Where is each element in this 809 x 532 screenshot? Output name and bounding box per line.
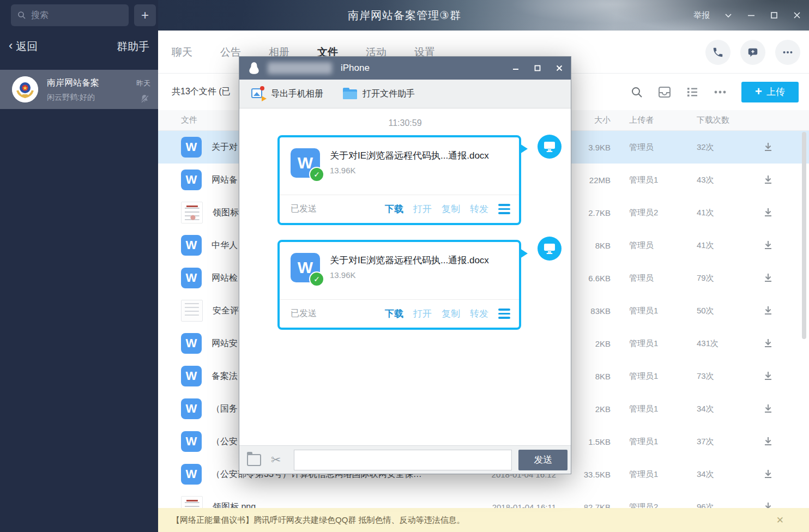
dialog-title: iPhone [341, 63, 370, 74]
file-type-icon [181, 137, 202, 158]
tab-announcement[interactable]: 公告 [220, 45, 241, 59]
file-size: 2KB [564, 404, 618, 414]
inbox-icon[interactable] [657, 86, 672, 99]
file-uploader: 管理员 [618, 273, 689, 283]
send-file-icon[interactable] [247, 454, 261, 466]
file-type-icon [181, 464, 202, 485]
notice-bar: 【网络正能量倡议书】腾讯呼吁网友共建绿色QQ群 抵制色情、反动等违法信息。 ✕ [158, 508, 809, 532]
qq-group-window: 南岸网站备案管理③群 举报 搜索 + ‹ 返回 群助手 [0, 0, 809, 532]
message-input[interactable] [294, 450, 512, 470]
download-icon[interactable] [762, 370, 775, 383]
dialog-titlebar[interactable]: iPhone [239, 57, 571, 80]
message-menu-icon[interactable] [498, 204, 510, 214]
chevron-down-icon[interactable] [724, 11, 733, 20]
file-type-icon [181, 170, 202, 190]
more-button[interactable] [775, 40, 800, 65]
file-message-bubble[interactable]: W 关于对IE浏览器远程代码执...通报.docx 13.96K 已发送 下载 … [277, 240, 521, 330]
dialog-close-icon[interactable] [556, 64, 563, 72]
more-options-icon[interactable] [713, 86, 727, 99]
conversation-item[interactable]: 南岸网站备案 昨天 闲云野鹤:好的 [0, 70, 158, 109]
download-icon[interactable] [762, 337, 775, 350]
file-type-icon [181, 398, 202, 419]
file-name: 网站安 [212, 338, 238, 349]
file-size: 2.7KB [564, 208, 618, 217]
export-album-icon [251, 87, 265, 100]
notice-close-icon[interactable]: ✕ [776, 515, 784, 526]
file-uploader: 管理员1 [618, 469, 689, 480]
search-icon [17, 11, 26, 20]
download-icon[interactable] [762, 271, 775, 285]
file-type-icon [181, 366, 202, 386]
device-monitor-icon [538, 135, 562, 159]
file-download-count: 41次 [689, 240, 749, 251]
minimize-icon[interactable] [747, 11, 756, 20]
file-uploader: 管理员 [618, 240, 689, 251]
file-download-count: 41次 [689, 208, 749, 218]
open-action[interactable]: 打开 [413, 203, 432, 215]
file-uploader: 管理员1 [618, 338, 689, 349]
bubble-tail [520, 144, 528, 154]
file-size: 83KB [564, 306, 618, 316]
download-icon[interactable] [762, 239, 775, 252]
download-icon[interactable] [762, 468, 775, 481]
dialog-minimize-icon[interactable] [512, 64, 520, 72]
copy-action[interactable]: 复制 [442, 203, 460, 215]
close-icon[interactable] [793, 11, 801, 20]
file-type-icon [181, 431, 202, 452]
download-icon[interactable] [762, 402, 775, 415]
file-type-icon [181, 300, 203, 322]
file-count-text: 共13个文件 (已 [172, 74, 231, 110]
plus-icon [755, 86, 762, 98]
screenshot-scissors-icon[interactable]: ✂ [271, 454, 281, 466]
back-button[interactable]: ‹ 返回 [9, 39, 38, 54]
voice-call-button[interactable] [705, 40, 730, 65]
file-size: 22MB [564, 176, 618, 185]
add-button[interactable]: + [134, 4, 156, 26]
copy-action[interactable]: 复制 [442, 307, 460, 320]
download-icon[interactable] [762, 206, 775, 219]
ellipsis-icon [782, 46, 794, 58]
qq-penguin-icon [247, 61, 261, 75]
group-avatar [12, 76, 38, 102]
download-icon[interactable] [762, 141, 775, 154]
file-size: 6.6KB [564, 274, 618, 283]
muted-bell-icon [140, 94, 149, 104]
report-button[interactable]: 举报 [693, 10, 710, 21]
forward-action[interactable]: 转发 [470, 203, 488, 215]
file-size: 33.5KB [564, 470, 618, 479]
maximize-icon[interactable] [770, 11, 778, 20]
scrollbar-thumb[interactable] [802, 132, 806, 339]
download-icon[interactable] [762, 173, 775, 186]
dialog-maximize-icon[interactable] [534, 64, 541, 72]
file-assistant-button[interactable]: 打开文件助手 [343, 88, 415, 100]
download-action[interactable]: 下载 [385, 307, 403, 320]
blurred-contact-name [268, 62, 332, 74]
chat-plus-icon [747, 46, 759, 58]
list-view-icon[interactable] [686, 86, 699, 99]
search-input[interactable]: 搜索 [11, 4, 129, 26]
new-chat-button[interactable] [740, 40, 765, 65]
upload-button[interactable]: 上传 [741, 82, 799, 102]
file-message-bubble[interactable]: W 关于对IE浏览器远程代码执...通报.docx 13.96K 已发送 下载 … [277, 135, 521, 225]
file-download-count: 50次 [689, 306, 749, 316]
open-action[interactable]: 打开 [413, 307, 432, 320]
tab-chat[interactable]: 聊天 [172, 45, 192, 59]
download-action[interactable]: 下载 [385, 203, 403, 215]
sent-check-icon [309, 167, 324, 182]
header-size: 大小 [564, 115, 618, 125]
message-menu-icon[interactable] [498, 309, 510, 319]
message-filename: 关于对IE浏览器远程代码执...通报.docx [330, 254, 511, 267]
export-album-button[interactable]: 导出手机相册 [251, 87, 323, 100]
file-uploader: 管理员2 [618, 208, 689, 218]
conversation-name: 南岸网站备案 [47, 77, 118, 89]
download-icon[interactable] [762, 304, 775, 317]
file-type-icon [181, 235, 202, 256]
search-placeholder: 搜索 [31, 10, 49, 21]
forward-action[interactable]: 转发 [470, 307, 488, 320]
group-assistant-button[interactable]: 群助手 [117, 39, 149, 54]
send-button[interactable]: 发送 [518, 450, 567, 470]
notice-text: 【网络正能量倡议书】腾讯呼吁网友共建绿色QQ群 抵制色情、反动等违法信息。 [172, 515, 465, 525]
search-files-icon[interactable] [630, 86, 643, 99]
file-uploader: 管理员1 [618, 437, 689, 447]
download-icon[interactable] [762, 435, 775, 448]
